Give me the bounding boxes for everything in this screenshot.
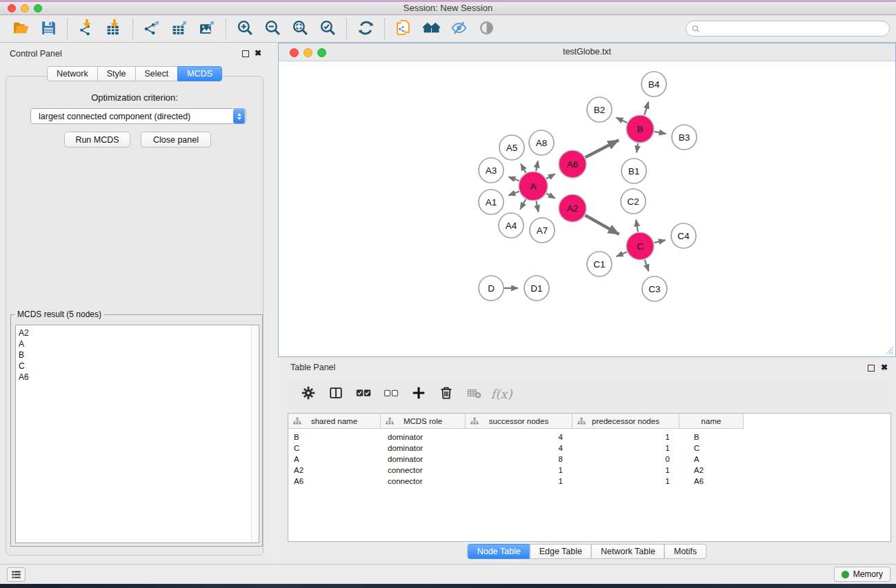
memory-button[interactable]: Memory: [834, 567, 890, 582]
float-panel-button[interactable]: [242, 50, 249, 57]
delete-column-button[interactable]: [434, 383, 459, 406]
graph-node-C3[interactable]: C3: [642, 276, 667, 301]
table-float-button[interactable]: [868, 365, 875, 372]
column-header-MCDS-role[interactable]: MCDS role: [381, 414, 466, 429]
tab-network-table[interactable]: Network Table: [591, 544, 665, 559]
split-panel-button[interactable]: [323, 383, 348, 406]
graph-node-B1[interactable]: B1: [621, 159, 646, 183]
import-table-button[interactable]: [100, 17, 128, 41]
mcds-result-item[interactable]: B: [19, 349, 259, 361]
close-window-button[interactable]: [8, 4, 16, 12]
table-row[interactable]: A2connector11A2: [288, 465, 890, 476]
import-network-button[interactable]: [72, 17, 100, 41]
export-network-button[interactable]: [138, 17, 166, 41]
graph-node-C[interactable]: C: [626, 232, 654, 260]
zoom-fit-button[interactable]: [286, 17, 314, 41]
table-row[interactable]: A6connector11A6: [288, 476, 890, 487]
graph-edge-A2-C[interactable]: [585, 215, 619, 234]
column-header-shared-name[interactable]: shared name: [288, 414, 381, 429]
search-input[interactable]: [701, 22, 889, 35]
graph-node-A5[interactable]: A5: [499, 135, 524, 160]
tab-edge-table[interactable]: Edge Table: [530, 544, 592, 559]
optimization-criterion-select[interactable]: largest connected component (directed): [30, 108, 246, 124]
network-canvas[interactable]: B4B2BB3A5A8A6A3B1AA1C2A2A4A7C4CC1C3DD1: [279, 61, 895, 356]
network-close-button[interactable]: [290, 48, 299, 57]
graph-edge-C-C1[interactable]: [617, 252, 627, 256]
duplicate-network-button[interactable]: [390, 17, 417, 41]
graph-node-A1[interactable]: A1: [479, 190, 504, 214]
graph-edge-A-A7[interactable]: [536, 201, 538, 212]
zoom-out-button[interactable]: [259, 17, 286, 41]
export-image-button[interactable]: [193, 17, 221, 41]
graph-node-B2[interactable]: B2: [587, 97, 612, 122]
table-row[interactable]: Adominator80A: [288, 454, 890, 465]
table-row[interactable]: Bdominator41B: [288, 432, 890, 443]
add-column-button[interactable]: [406, 383, 431, 406]
close-panel-button[interactable]: ✖: [255, 48, 261, 58]
graph-edge-A-A1[interactable]: [508, 192, 519, 196]
graph-node-A8[interactable]: A8: [529, 130, 554, 155]
graph-node-B[interactable]: B: [626, 115, 654, 143]
run-mcds-button[interactable]: Run MCDS: [64, 132, 130, 148]
graph-edge-B-B4[interactable]: [644, 102, 648, 115]
tab-motifs[interactable]: Motifs: [664, 544, 706, 559]
graph-edge-A-A8[interactable]: [536, 161, 538, 172]
graph-node-B4[interactable]: B4: [641, 72, 666, 97]
tab-select[interactable]: Select: [135, 66, 179, 81]
mcds-result-list[interactable]: A2ABCA6: [15, 325, 259, 543]
list-scrollbar[interactable]: [251, 325, 259, 543]
graph-edge-B-B1[interactable]: [637, 143, 638, 153]
graph-node-B3[interactable]: B3: [672, 125, 697, 150]
search-field[interactable]: [686, 21, 890, 37]
mcds-result-item[interactable]: A6: [19, 372, 259, 383]
graph-edge-B-B3[interactable]: [655, 132, 666, 134]
zoom-window-button[interactable]: [34, 4, 42, 12]
graph-node-A6[interactable]: A6: [559, 150, 586, 178]
graph-edge-C-C4[interactable]: [654, 240, 665, 243]
graph-edge-B-B2[interactable]: [616, 118, 627, 123]
graph-node-A7[interactable]: A7: [530, 218, 555, 243]
graph-edge-A-A2[interactable]: [546, 194, 555, 199]
table-row[interactable]: Cdominator41C: [288, 443, 890, 454]
close-panel-action-button[interactable]: Close panel: [141, 132, 211, 148]
graph-node-C4[interactable]: C4: [671, 223, 696, 248]
hide-graphics-details-button[interactable]: [445, 17, 472, 41]
tab-node-table[interactable]: Node Table: [468, 544, 530, 559]
column-header-name[interactable]: name: [679, 414, 744, 429]
mcds-result-item[interactable]: C: [19, 361, 259, 372]
graph-node-A[interactable]: A: [519, 172, 548, 201]
tab-network[interactable]: Network: [47, 66, 98, 81]
select-all-checks-button[interactable]: [351, 383, 376, 406]
table-close-button[interactable]: ✖: [881, 363, 888, 372]
column-header-predecessor-nodes[interactable]: predecessor nodes: [573, 414, 679, 429]
graph-node-D1[interactable]: D1: [524, 276, 549, 301]
open-home-button[interactable]: [417, 17, 445, 41]
graph-edge-A6-B[interactable]: [586, 140, 619, 157]
mcds-result-item[interactable]: A: [19, 338, 259, 349]
task-history-button[interactable]: [7, 567, 26, 582]
tab-style[interactable]: Style: [97, 66, 136, 81]
graph-edge-A-A5[interactable]: [521, 164, 526, 173]
function-builder-button[interactable]: f(x): [489, 383, 514, 406]
graph-node-A4[interactable]: A4: [499, 213, 524, 238]
graph-edge-A-A4[interactable]: [520, 199, 526, 209]
network-zoom-button[interactable]: [317, 48, 326, 57]
graph-edge-A-A3[interactable]: [508, 177, 519, 181]
graph-node-A3[interactable]: A3: [479, 158, 504, 183]
graph-edge-C-C3[interactable]: [645, 260, 649, 272]
tab-mcds[interactable]: MCDS: [177, 66, 222, 81]
mcds-result-item[interactable]: A2: [19, 327, 259, 338]
show-graphics-details-button[interactable]: [472, 17, 500, 41]
graph-edge-C-C2[interactable]: [636, 220, 638, 232]
refresh-view-button[interactable]: [352, 17, 379, 41]
open-session-button[interactable]: [7, 17, 34, 41]
deselect-all-checks-button[interactable]: [379, 383, 404, 406]
zoom-selected-button[interactable]: [314, 17, 341, 41]
export-table-button[interactable]: [166, 17, 193, 41]
save-session-button[interactable]: [34, 17, 62, 41]
resize-grip-icon[interactable]: [885, 346, 894, 355]
graph-node-A2[interactable]: A2: [559, 194, 586, 222]
zoom-in-button[interactable]: [231, 17, 259, 41]
table-settings-button[interactable]: [296, 383, 321, 406]
minimize-window-button[interactable]: [21, 4, 29, 12]
